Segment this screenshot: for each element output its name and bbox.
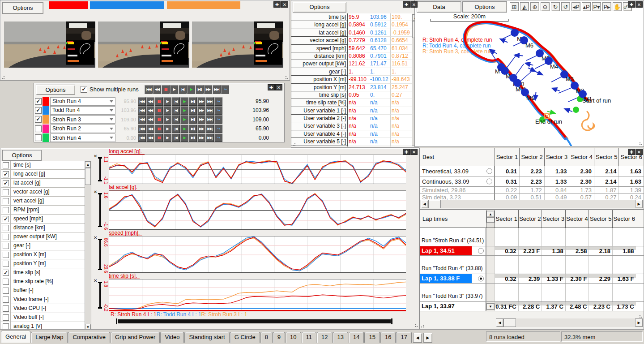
run-select-dropdown[interactable]: Stroh Run 2 [50, 125, 115, 133]
variable-checkbox[interactable] [3, 189, 9, 195]
tab-8[interactable]: 8 [260, 332, 273, 343]
step-back-button[interactable]: |◀ [172, 115, 180, 124]
run-select-dropdown[interactable]: Stroh Run 4 [50, 133, 115, 142]
marker-next-icon[interactable]: P▸ [602, 2, 611, 11]
pause-button[interactable]: ▮▮ [155, 106, 163, 115]
resize-grip[interactable] [414, 323, 418, 327]
video-frame[interactable] [98, 22, 189, 68]
resize-grip[interactable] [292, 142, 297, 146]
play-slow-button[interactable]: ▶ [163, 115, 171, 124]
resize-grip[interactable] [638, 314, 643, 318]
go-to-end-button[interactable]: ▶▶| [206, 106, 214, 115]
tab-general[interactable]: General [1, 331, 30, 343]
variable-checkbox[interactable]: ✓ [3, 171, 9, 177]
go-to-start-button[interactable]: |◀◀ [138, 133, 146, 142]
fast-forward-button[interactable]: ▶▶ [197, 115, 205, 124]
chart-options-button[interactable]: Options [2, 150, 42, 161]
variable-checkbox[interactable] [3, 288, 9, 294]
best-hscrollbar[interactable]: ◀ ▶ [421, 200, 643, 208]
variable-checkbox[interactable] [3, 297, 9, 303]
axis-range-bar[interactable] [98, 193, 102, 227]
go-to-end-button[interactable]: ▶▶| [206, 125, 214, 133]
lap-scroll-column[interactable] [486, 235, 495, 246]
tab-large-map[interactable]: Large Map [31, 332, 68, 343]
variable-checkbox[interactable]: ✓ [3, 270, 9, 276]
scroll-up-icon[interactable]: ▲ [486, 211, 495, 217]
lap-scroll-column[interactable] [486, 291, 495, 301]
track-map[interactable]: Scale: 200mR: Stroh Run 4, complete runR… [416, 13, 643, 146]
zoom-region-icon[interactable]: ⊞ [510, 2, 519, 11]
tab-grip-and-power[interactable]: Grip and Power [111, 332, 160, 343]
variable-checkbox[interactable] [3, 225, 9, 231]
scrollbar-thumb[interactable] [85, 168, 91, 185]
step-back-button[interactable]: |◀ [179, 85, 187, 94]
chart-plot-3[interactable] [109, 236, 406, 273]
fast-forward-button[interactable]: ▶▶ [197, 106, 205, 115]
variable-list-scrollbar[interactable]: ▲ ▼ [85, 161, 91, 331]
tab-16[interactable]: 16 [380, 332, 396, 343]
run-enabled-checkbox[interactable]: ✓ [35, 116, 42, 123]
chart-xscrollbar[interactable] [118, 319, 391, 323]
jump-marker-button[interactable]: ↪ [214, 115, 222, 124]
scroll-left-icon[interactable]: ◀ [496, 318, 503, 327]
scrollbar-thumb[interactable] [503, 318, 516, 327]
tab-14[interactable]: 14 [349, 332, 364, 343]
play-slow-button[interactable]: ▶ [163, 125, 171, 133]
fast-forward-button[interactable]: ▶▶ [204, 85, 212, 94]
scrollbar-track[interactable] [516, 318, 635, 327]
play-button[interactable]: ▶ [180, 125, 188, 133]
pause-button[interactable]: ▮▮ [155, 125, 163, 133]
tab-17[interactable]: 17 [396, 332, 411, 343]
map-tab-options[interactable]: Options [462, 1, 507, 13]
variable-checkbox[interactable] [3, 323, 9, 330]
chart-close-icon[interactable]: ✕ [94, 154, 97, 159]
pause-button[interactable]: ▮▮ [162, 85, 170, 94]
run-enabled-checkbox[interactable] [35, 134, 42, 141]
move-panel-icon[interactable]: ✚ [403, 1, 410, 8]
tab-9[interactable]: 9 [273, 332, 285, 343]
play-pause-button[interactable]: ▶▮ [189, 106, 197, 115]
resize-grip[interactable] [638, 141, 643, 146]
run-select-dropdown[interactable]: Todd Run 4 [50, 106, 115, 115]
resize-grip[interactable] [1, 75, 6, 79]
play-slow-button[interactable]: ▶ [163, 97, 171, 106]
move-panel-icon[interactable]: ✚ [403, 149, 410, 155]
tab-video[interactable]: Video [160, 332, 184, 343]
lap-hscrollbar[interactable]: ◀ ▶ [496, 318, 643, 327]
move-panel-icon[interactable]: ✚ [628, 1, 635, 8]
variable-checkbox[interactable] [3, 162, 9, 168]
zoom-in-icon[interactable]: ⊕ [530, 2, 539, 11]
fast-forward-button[interactable]: ▶▶ [197, 133, 205, 142]
go-to-end-button[interactable]: ▶▶| [213, 85, 221, 94]
lap-select-radio[interactable] [478, 248, 484, 254]
close-icon[interactable]: ✕ [635, 149, 643, 155]
track-shape-icon[interactable]: ◭ [520, 2, 529, 11]
best-select-radio[interactable] [486, 179, 492, 185]
lap-scroll-column[interactable]: ▲ [486, 210, 495, 228]
chart-close-icon[interactable]: ✕ [94, 189, 97, 194]
lap-scroll-column[interactable] [486, 284, 495, 291]
lap-scroll-column[interactable] [486, 274, 495, 283]
step-back-button[interactable]: |◀ [172, 97, 180, 106]
marker-prev-icon[interactable]: ◂P [571, 2, 580, 11]
chart-plot-1[interactable] [109, 155, 406, 184]
run-enabled-checkbox[interactable]: ✓ [35, 107, 42, 114]
scroll-left-icon[interactable]: ◀ [421, 200, 428, 208]
rotate-ccw-icon[interactable]: ↺ [561, 2, 570, 11]
close-icon[interactable]: ✕ [281, 1, 288, 8]
close-icon[interactable]: ✕ [410, 149, 418, 155]
fast-forward-button[interactable]: ▶▶ [197, 125, 205, 133]
jump-marker-button[interactable]: ↪ [214, 133, 222, 142]
pause-button[interactable]: ▮▮ [155, 133, 163, 142]
play-pause-button[interactable]: ▶▮ [189, 125, 197, 133]
variable-checkbox[interactable]: ✓ [3, 180, 9, 186]
jump-marker-button[interactable]: ↪ [214, 97, 222, 106]
tab-standing-start[interactable]: Standing start [184, 332, 229, 343]
close-icon[interactable]: ✕ [275, 84, 282, 90]
rewind-button[interactable]: ◀◀ [146, 115, 154, 124]
rewind-button[interactable]: ◀◀ [146, 106, 154, 115]
lap-scroll-column[interactable]: ▼ [486, 302, 495, 311]
run-enabled-checkbox[interactable]: ✓ [35, 98, 42, 105]
play-slow-button[interactable]: ▶ [163, 133, 171, 142]
run-options-button[interactable]: Options [36, 85, 75, 95]
